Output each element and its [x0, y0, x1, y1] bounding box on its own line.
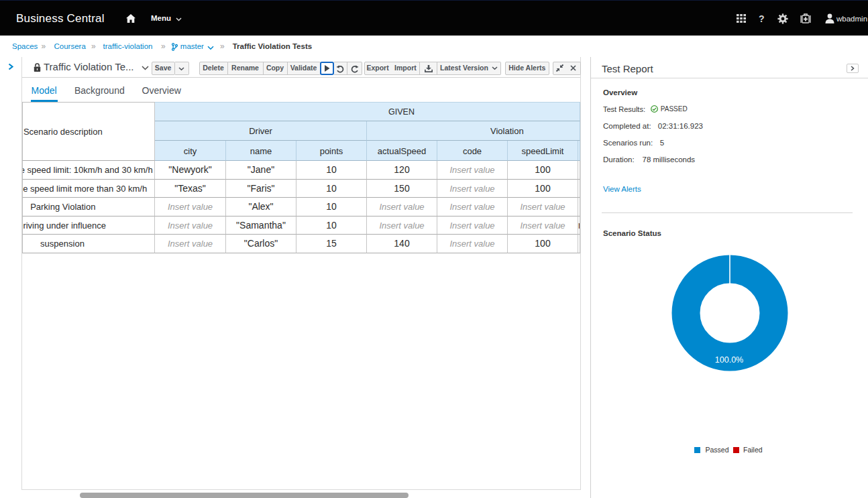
svg-text:100.0%: 100.0%: [715, 355, 743, 365]
